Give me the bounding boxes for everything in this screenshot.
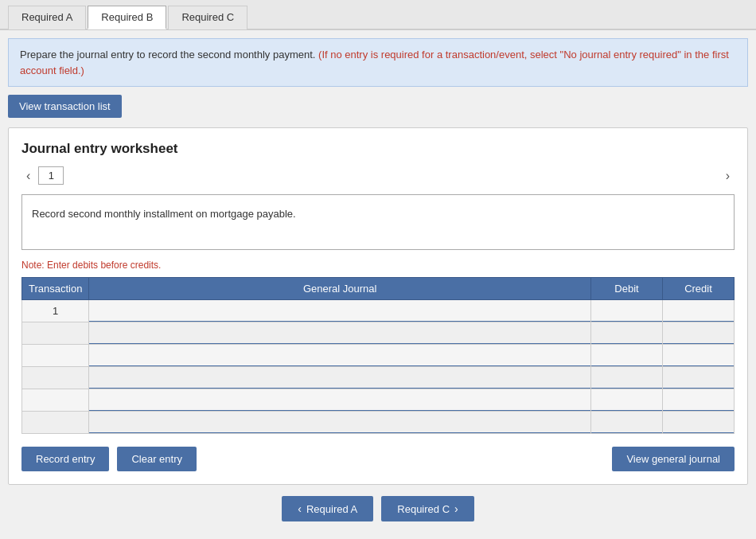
view-transaction-button[interactable]: View transaction list [8, 95, 122, 118]
credit-input[interactable] [663, 390, 734, 411]
general-journal-cell[interactable] [89, 322, 591, 345]
next-required-label: Required C [397, 503, 450, 515]
debit-cell[interactable] [591, 367, 663, 389]
general-journal-cell[interactable] [89, 345, 591, 367]
table-row [22, 322, 735, 345]
general-journal-input[interactable] [89, 412, 590, 433]
debit-input[interactable] [591, 323, 662, 344]
debit-input[interactable] [591, 368, 662, 389]
tab-required-a[interactable]: Required A [8, 6, 86, 29]
transaction-number-cell [22, 345, 89, 367]
general-journal-cell[interactable] [89, 367, 591, 389]
page-wrapper: Required A Required B Required C Prepare… [0, 0, 756, 539]
general-journal-input[interactable] [89, 323, 590, 344]
tab-required-c[interactable]: Required C [168, 6, 247, 29]
general-journal-input[interactable] [89, 346, 590, 366]
page-nav-buttons: ‹ Required A Required C › [0, 496, 756, 521]
debit-cell[interactable] [591, 322, 663, 345]
page-number-box: 1 [38, 166, 64, 185]
debit-input[interactable] [591, 412, 662, 433]
col-general-journal: General Journal [89, 278, 591, 300]
worksheet-card: Journal entry worksheet ‹ 1 › Record sec… [8, 127, 748, 485]
next-required-button[interactable]: Required C › [381, 496, 473, 521]
credit-input[interactable] [663, 346, 734, 366]
clear-entry-button[interactable]: Clear entry [117, 447, 197, 471]
general-journal-input[interactable] [89, 301, 590, 322]
col-debit: Debit [591, 278, 663, 300]
journal-table: Transaction General Journal Debit Credit… [21, 277, 735, 434]
view-general-journal-button[interactable]: View general journal [612, 447, 735, 471]
debit-cell[interactable] [591, 300, 663, 322]
general-journal-cell[interactable] [89, 412, 591, 434]
general-journal-input[interactable] [89, 390, 590, 411]
description-box: Record second monthly installment on mor… [21, 194, 735, 250]
credit-cell[interactable] [663, 367, 735, 389]
transaction-number-cell: 1 [22, 300, 89, 322]
credit-input[interactable] [663, 301, 734, 322]
page-nav: ‹ 1 › [21, 166, 735, 185]
credit-cell[interactable] [663, 345, 735, 367]
debit-cell[interactable] [591, 389, 663, 412]
table-row: 1 [22, 300, 735, 322]
transaction-number-cell [22, 412, 89, 434]
instruction-box: Prepare the journal entry to record the … [8, 38, 748, 87]
general-journal-input[interactable] [89, 368, 590, 389]
credit-cell[interactable] [663, 412, 735, 434]
credit-cell[interactable] [663, 389, 735, 412]
credit-input[interactable] [663, 323, 734, 344]
col-transaction: Transaction [22, 278, 89, 300]
transaction-number-cell [22, 389, 89, 412]
record-entry-button[interactable]: Record entry [21, 447, 109, 471]
credit-input[interactable] [663, 368, 734, 389]
transaction-number-cell [22, 367, 89, 389]
note-text: Note: Enter debits before credits. [21, 260, 735, 271]
prev-page-arrow[interactable]: ‹ [21, 167, 35, 185]
tabs-bar: Required A Required B Required C [0, 0, 756, 30]
instruction-main-text: Prepare the journal entry to record the … [20, 49, 315, 61]
debit-cell[interactable] [591, 345, 663, 367]
debit-input[interactable] [591, 301, 662, 322]
prev-required-button[interactable]: ‹ Required A [282, 496, 373, 521]
next-page-arrow[interactable]: › [721, 167, 735, 185]
bottom-buttons: Record entry Clear entry View general jo… [21, 447, 735, 471]
debit-cell[interactable] [591, 412, 663, 434]
tab-required-b[interactable]: Required B [88, 6, 166, 29]
table-row [22, 345, 735, 367]
table-row [22, 389, 735, 412]
transaction-number-cell [22, 322, 89, 345]
general-journal-cell[interactable] [89, 389, 591, 412]
prev-required-label: Required A [306, 503, 357, 515]
debit-input[interactable] [591, 346, 662, 366]
worksheet-title: Journal entry worksheet [21, 141, 735, 157]
credit-cell[interactable] [663, 322, 735, 345]
general-journal-cell[interactable] [89, 300, 591, 322]
credit-cell[interactable] [663, 300, 735, 322]
col-credit: Credit [663, 278, 735, 300]
table-row [22, 412, 735, 434]
credit-input[interactable] [663, 412, 734, 433]
table-row [22, 367, 735, 389]
debit-input[interactable] [591, 390, 662, 411]
